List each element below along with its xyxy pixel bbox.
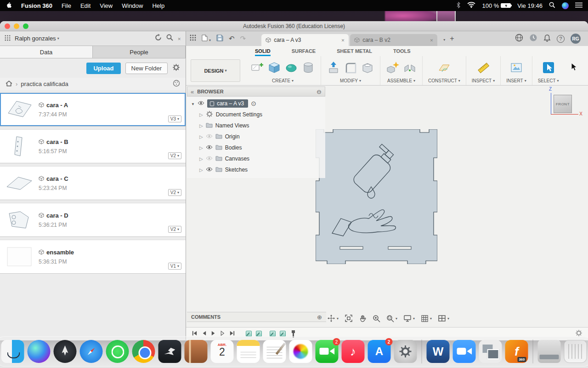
dock-calendar-icon[interactable]: ABR. 2 [211, 340, 234, 363]
node-bodies[interactable]: Bodies [187, 142, 325, 153]
close-tab-icon[interactable] [341, 37, 345, 43]
assemble-group-label[interactable]: ASSEMBLE [387, 78, 415, 83]
menu-file[interactable]: File [62, 2, 71, 9]
dock-chrome-icon[interactable] [132, 340, 155, 363]
version-dropdown[interactable]: V3 [168, 115, 181, 122]
collapse-browser-icon[interactable] [191, 88, 194, 95]
browser-minimize-icon[interactable] [317, 88, 322, 95]
tab-people[interactable]: People [93, 46, 186, 58]
create-cylinder-icon[interactable] [301, 61, 315, 76]
inspect-group-label[interactable]: INSPECT [472, 78, 495, 83]
spotlight-icon[interactable] [549, 2, 555, 10]
new-tab-plus-icon[interactable]: + [450, 34, 454, 43]
activate-component-radio-icon[interactable] [251, 100, 256, 107]
expander-icon[interactable] [199, 111, 203, 118]
node-named-views[interactable]: Named Views [187, 120, 325, 131]
dock-whatsapp-icon[interactable] [106, 340, 129, 363]
dock-textedit-icon[interactable] [263, 340, 286, 363]
zoom-window-icon[interactable] [386, 315, 397, 322]
node-canvases[interactable]: Canvases [187, 153, 325, 164]
siri-icon[interactable] [562, 2, 569, 9]
active-document-node[interactable]: cara – A v3 [207, 99, 248, 108]
browser-root-row[interactable]: cara – A v3 [187, 98, 325, 109]
list-item-cara-b[interactable]: cara - B 5:16:57 PM V2 [0, 129, 186, 163]
list-item-cara-d[interactable]: cara - D 5:36:21 PM V2 [0, 203, 186, 237]
notifications-bell-icon[interactable] [543, 34, 551, 44]
pan-hand-icon[interactable] [359, 315, 367, 322]
doc-tab-cara-a[interactable]: cara – A v3 [261, 34, 349, 46]
wifi-icon[interactable] [467, 2, 475, 9]
tab-list-dropdown-icon[interactable] [442, 34, 445, 43]
dock-siri-icon[interactable] [28, 340, 51, 363]
expander-icon[interactable] [199, 133, 203, 140]
expander-icon[interactable] [191, 100, 195, 107]
new-document-icon[interactable] [202, 34, 211, 43]
modify-press-pull-icon[interactable] [327, 61, 340, 76]
history-clock-icon[interactable] [529, 34, 537, 44]
orbit-icon[interactable] [327, 314, 339, 322]
account-dropdown[interactable]: Ralph gonzales [15, 35, 59, 42]
expander-icon[interactable] [199, 144, 203, 151]
save-icon[interactable] [216, 34, 223, 43]
breadcrumb-folder[interactable]: practica calificada [21, 80, 68, 87]
new-folder-button[interactable]: New Folder [125, 63, 168, 74]
create-group-label[interactable]: CREATE [272, 78, 294, 83]
dock-launchpad-icon[interactable] [54, 340, 77, 363]
tab-sheet-metal[interactable]: SHEET METAL [337, 46, 372, 56]
share-globe-icon[interactable] [173, 80, 180, 88]
fit-view-icon[interactable] [345, 314, 353, 322]
display-settings-icon[interactable] [403, 315, 415, 322]
dock-finder-icon[interactable] [1, 340, 24, 363]
menubar-app-name[interactable]: Fusion 360 [21, 2, 52, 9]
tab-solid[interactable]: SOLID [255, 46, 271, 56]
menu-edit[interactable]: Edit [80, 2, 90, 9]
dock-mail-bird-icon[interactable] [158, 340, 181, 363]
tab-surface[interactable]: SURFACE [292, 46, 316, 56]
zoom-icon[interactable] [373, 315, 380, 322]
dock-preview-icon[interactable] [479, 340, 502, 363]
tab-data[interactable]: Data [0, 46, 93, 58]
help-icon[interactable] [557, 35, 565, 43]
view-cube-front-face[interactable]: FRONT [554, 95, 572, 113]
expander-icon[interactable] [199, 122, 203, 129]
visibility-eye-icon[interactable] [206, 167, 213, 173]
version-dropdown[interactable]: V2 [168, 189, 181, 196]
dock-app-store-icon[interactable]: 2 [368, 340, 391, 363]
tab-tools[interactable]: TOOLS [393, 46, 411, 56]
dock-notes-icon[interactable] [237, 340, 260, 363]
insert-canvas-icon[interactable] [509, 61, 523, 76]
view-cube[interactable]: Z FRONT X [547, 87, 583, 122]
menu-help[interactable]: Help [152, 2, 164, 9]
node-document-settings[interactable]: Document Settings [187, 109, 325, 120]
list-item-ensamble[interactable]: ensamble 5:36:31 PM V1 [0, 240, 186, 274]
dock-word-icon[interactable] [427, 340, 450, 363]
expander-icon[interactable] [199, 155, 203, 162]
undo-icon[interactable] [229, 34, 235, 43]
dock-facetime-icon[interactable]: 2 [316, 340, 339, 363]
dock-music-icon[interactable] [342, 340, 365, 363]
list-item-cara-a[interactable]: cara - A 7:37:44 PM V3 [0, 92, 186, 126]
expander-icon[interactable] [199, 167, 203, 173]
list-item-cara-c[interactable]: cara - C 5:23:24 PM V2 [0, 166, 186, 200]
menubar-clock[interactable]: Vie 19:46 [517, 2, 543, 9]
version-dropdown[interactable]: V2 [168, 152, 181, 159]
create-sketch-icon[interactable] [250, 61, 264, 76]
create-form-icon[interactable] [284, 61, 298, 76]
assemble-new-component-icon[interactable] [386, 61, 400, 76]
panel-settings-gear-icon[interactable] [172, 63, 180, 73]
dock-books-icon[interactable] [185, 340, 208, 363]
modify-shell-icon[interactable] [361, 61, 374, 76]
assemble-joint-icon[interactable] [403, 61, 417, 76]
version-dropdown[interactable]: V2 [168, 226, 181, 233]
dock-safari-icon[interactable] [80, 340, 103, 363]
version-dropdown[interactable]: V1 [168, 263, 181, 270]
visibility-eye-icon[interactable] [198, 100, 204, 107]
dock-zoom-icon[interactable] [453, 340, 476, 363]
close-panel-icon[interactable] [177, 35, 181, 42]
modify-group-label[interactable]: MODIFY [340, 78, 361, 83]
refresh-icon[interactable] [154, 34, 162, 43]
modify-fillet-icon[interactable] [344, 61, 357, 76]
data-panel-toggle-icon[interactable] [190, 34, 196, 43]
dock-external-drive-icon[interactable] [538, 340, 561, 363]
menu-view[interactable]: View [100, 2, 113, 9]
